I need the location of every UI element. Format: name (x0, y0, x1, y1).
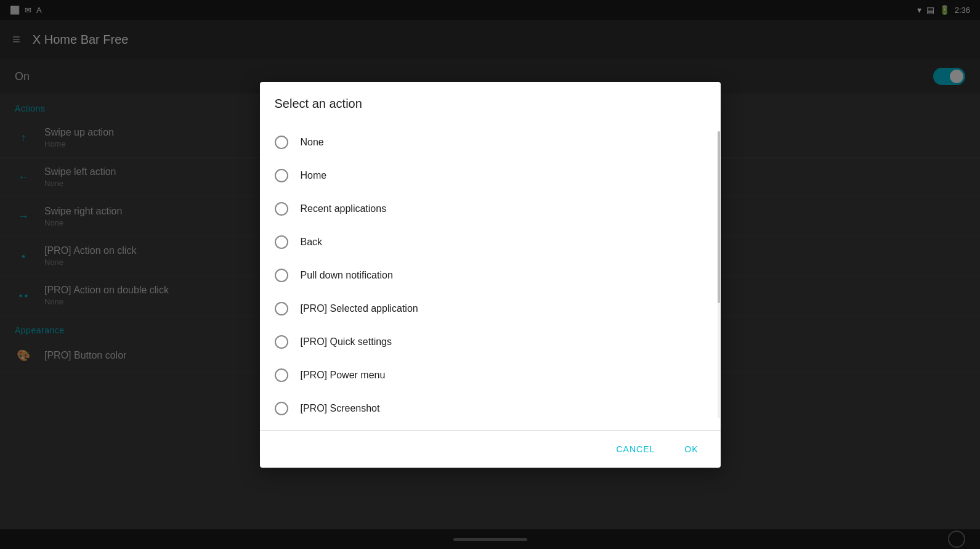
label-none: None (301, 137, 324, 148)
option-recent[interactable]: Recent applications (260, 192, 721, 226)
dialog-body: None Home Recent applications Back Pull … (260, 121, 721, 430)
ok-button[interactable]: OK (672, 438, 710, 460)
dialog-overlay: Select an action None Home Recent applic… (0, 0, 980, 549)
option-pulldown[interactable]: Pull down notification (260, 259, 721, 292)
dialog-title: Select an action (260, 82, 721, 121)
option-back[interactable]: Back (260, 226, 721, 259)
label-pro-screenshot: [PRO] Screenshot (301, 403, 380, 414)
scroll-thumb (718, 131, 720, 304)
option-pro-power[interactable]: [PRO] Power menu (260, 359, 721, 392)
radio-pro-power (275, 368, 288, 382)
radio-home (275, 169, 288, 182)
radio-pro-quick (275, 335, 288, 349)
label-pro-quick: [PRO] Quick settings (301, 336, 392, 348)
option-pro-quick[interactable]: [PRO] Quick settings (260, 325, 721, 359)
label-pro-power: [PRO] Power menu (301, 370, 386, 381)
option-pro-selected[interactable]: [PRO] Selected application (260, 292, 721, 325)
label-back: Back (301, 237, 323, 248)
dialog-footer: CANCEL OK (260, 430, 721, 468)
radio-pro-selected (275, 302, 288, 315)
label-recent: Recent applications (301, 203, 387, 214)
option-none[interactable]: None (260, 126, 721, 159)
radio-pro-screenshot (275, 402, 288, 415)
scroll-indicator (717, 131, 721, 418)
radio-recent (275, 202, 288, 216)
option-home[interactable]: Home (260, 159, 721, 192)
cancel-button[interactable]: CANCEL (604, 438, 667, 460)
radio-back (275, 235, 288, 249)
option-pro-screenshot[interactable]: [PRO] Screenshot (260, 392, 721, 425)
label-home: Home (301, 170, 327, 181)
select-action-dialog: Select an action None Home Recent applic… (260, 82, 721, 468)
label-pulldown: Pull down notification (301, 270, 393, 281)
radio-none (275, 136, 288, 149)
label-pro-selected: [PRO] Selected application (301, 303, 418, 314)
radio-pulldown (275, 269, 288, 282)
scroll-track (718, 131, 720, 418)
